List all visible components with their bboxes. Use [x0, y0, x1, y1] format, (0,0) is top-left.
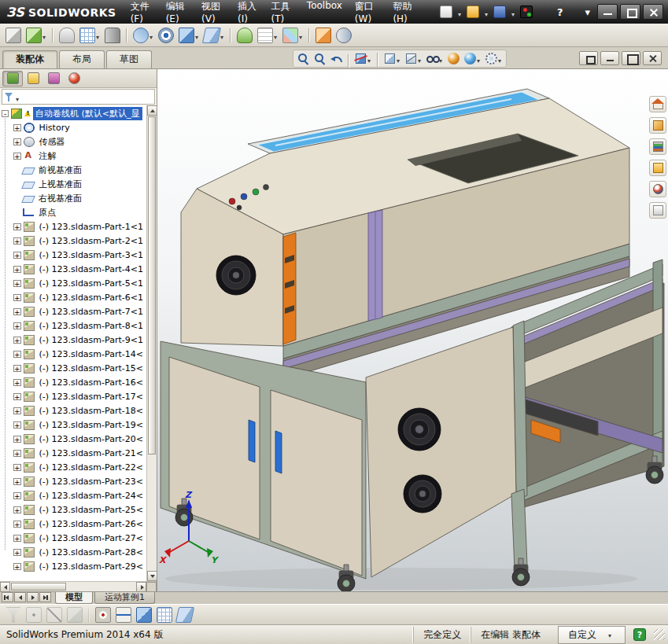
tree-item-label[interactable]: (-) 123.sldasm-Part-24<	[37, 490, 146, 502]
tree-item[interactable]: + (-) 123.sldasm-Part-22<	[0, 460, 146, 474]
dropdown-arrow-icon[interactable]	[511, 5, 515, 20]
tree-item[interactable]: + (-) 123.sldasm-Part-20<	[0, 432, 146, 446]
tree-vertical-scrollbar[interactable]	[146, 105, 157, 581]
tree-item[interactable]: + (-) 123.sldasm-Part-28<	[0, 545, 146, 559]
tree-item[interactable]: + (-) 123.sldasm-Part-18<	[0, 403, 146, 418]
tree-item-label[interactable]: (-) 123.sldasm-Part-29<	[37, 561, 146, 572]
tree-expand-toggle[interactable]: +	[13, 379, 21, 386]
tree-expand-toggle[interactable]: +	[13, 322, 21, 329]
tree-item-label[interactable]: (-) 123.sldasm-Part-4<1	[37, 263, 146, 275]
cooling-fan[interactable]	[216, 256, 256, 295]
tree-expand-toggle[interactable]: -	[2, 110, 9, 117]
tree-expand-toggle[interactable]: +	[13, 266, 21, 273]
tree-item[interactable]: + (-) 123.sldasm-Part-9<1	[0, 333, 146, 347]
scroll-thumb[interactable]	[148, 116, 156, 454]
tree-expand-toggle[interactable]	[13, 195, 20, 202]
dropdown-arrow-icon[interactable]	[298, 28, 303, 42]
tree-item-label[interactable]: (-) 123.sldasm-Part-15<	[37, 362, 146, 374]
tree-item-label[interactable]: (-) 123.sldasm-Part-2<1	[37, 235, 146, 247]
plane-display-button[interactable]	[175, 606, 195, 624]
tree-item-label[interactable]: 上视基准面	[36, 178, 84, 191]
bill-of-materials-button[interactable]	[255, 26, 280, 45]
tree-item-label[interactable]: 注解	[37, 149, 59, 163]
featuremanager-tab[interactable]	[2, 71, 23, 86]
tree-item-label[interactable]: (-) 123.sldasm-Part-1<1	[37, 221, 146, 233]
doc-close-button[interactable]	[643, 51, 662, 65]
tree-expand-toggle[interactable]: +	[13, 535, 21, 542]
menu-item[interactable]: 文件(F)	[124, 0, 160, 28]
tree-item-label[interactable]: (-) 123.sldasm-Part-19<	[37, 419, 146, 431]
snap-lines-button[interactable]	[113, 606, 134, 624]
tree-item[interactable]: 原点	[0, 205, 146, 219]
tree-expand-toggle[interactable]: +	[13, 223, 21, 230]
command-tab[interactable]: 装配体	[2, 50, 57, 68]
dropdown-arrow-icon[interactable]	[194, 28, 199, 42]
tree-item-label[interactable]: (-) 123.sldasm-Part-3<1	[37, 249, 146, 261]
tree-expand-toggle[interactable]: +	[13, 393, 21, 400]
menu-item[interactable]: 视图(V)	[195, 0, 231, 28]
mate-button[interactable]	[57, 26, 77, 45]
appearances-scenes-button[interactable]	[649, 181, 666, 197]
tree-item-label[interactable]: 前视基准面	[36, 164, 84, 177]
custom-status-dropdown[interactable]: 自定义	[558, 626, 626, 644]
quick-tip-help-button[interactable]: ?	[633, 628, 646, 641]
view-orientation-button[interactable]	[382, 50, 403, 67]
new-motion-study-button[interactable]	[234, 26, 255, 45]
tab-scroll-last[interactable]	[39, 592, 51, 602]
tree-item-label[interactable]: (-) 123.sldasm-Part-28<	[37, 546, 146, 558]
home-button[interactable]	[649, 96, 666, 112]
tree-item[interactable]: - 自动卷线机 (默认<默认_显	[0, 106, 146, 120]
dropdown-arrow-icon[interactable]	[273, 28, 278, 42]
cooling-fan[interactable]	[404, 475, 441, 513]
dropdown-arrow-icon[interactable]	[484, 5, 489, 20]
design-library-button[interactable]	[649, 138, 666, 155]
tree-item[interactable]: + (-) 123.sldasm-Part-14<	[0, 347, 146, 361]
new-document-button[interactable]	[437, 3, 464, 21]
custom-properties-button[interactable]	[649, 202, 666, 219]
tree-item[interactable]: + (-) 123.sldasm-Part-5<1	[0, 276, 146, 290]
solidworks-resources-button[interactable]	[649, 117, 666, 134]
tree-expand-toggle[interactable]: +	[13, 464, 21, 471]
display-style-button[interactable]	[403, 50, 424, 67]
close-button[interactable]	[643, 4, 663, 20]
scroll-thumb[interactable]	[11, 583, 66, 591]
tab-scroll-next[interactable]	[27, 592, 39, 602]
tree-expand-toggle[interactable]	[13, 209, 20, 216]
dropdown-arrow-icon[interactable]	[396, 51, 400, 66]
show-hidden-components-button[interactable]	[156, 26, 176, 45]
document-tab[interactable]: 模型	[55, 592, 93, 604]
tree-item-label[interactable]: (-) 123.sldasm-Part-7<1	[37, 306, 146, 318]
dropdown-arrow-icon[interactable]	[476, 51, 481, 66]
command-tab[interactable]: 布局	[59, 50, 105, 68]
tree-item[interactable]: + (-) 123.sldasm-Part-19<	[0, 418, 146, 432]
menu-item[interactable]: 窗口(W)	[349, 0, 387, 28]
tree-item[interactable]: + (-) 123.sldasm-Part-2<1	[0, 234, 146, 248]
cooling-fan[interactable]	[398, 408, 441, 451]
titlebar-expand-button[interactable]: ▾	[567, 4, 595, 20]
tree-expand-toggle[interactable]: +	[13, 521, 21, 528]
minimize-button[interactable]	[597, 4, 618, 20]
dropdown-arrow-icon[interactable]	[42, 28, 46, 42]
tree-item[interactable]: + (-) 123.sldasm-Part-17<	[0, 389, 146, 403]
configurationmanager-tab[interactable]	[43, 71, 64, 86]
tree-item-label[interactable]: (-) 123.sldasm-Part-25<	[37, 504, 146, 516]
reference-geometry-button[interactable]	[201, 26, 227, 45]
dropdown-arrow-icon[interactable]	[149, 28, 153, 42]
tree-item[interactable]: 上视基准面	[0, 177, 146, 191]
connection-status-lights[interactable]	[518, 4, 540, 20]
tree-item[interactable]: + (-) 123.sldasm-Part-24<	[0, 488, 146, 502]
tree-item[interactable]: + (-) 123.sldasm-Part-29<	[0, 559, 146, 573]
menu-item[interactable]: 帮助(H)	[386, 0, 423, 28]
apply-scene-button[interactable]	[462, 50, 483, 67]
tree-item-label[interactable]: (-) 123.sldasm-Part-16<	[37, 377, 146, 388]
tree-expand-toggle[interactable]: +	[13, 237, 21, 245]
cabinet[interactable]	[161, 327, 516, 579]
tree-item-label[interactable]: (-) 123.sldasm-Part-27<	[37, 532, 146, 544]
model-3d-view[interactable]: Z X Y	[157, 69, 668, 591]
tree-item-label[interactable]: (-) 123.sldasm-Part-18<	[37, 405, 146, 417]
tree-item-label[interactable]: (-) 123.sldasm-Part-17<	[37, 391, 146, 403]
edit-appearance-button[interactable]	[445, 52, 462, 65]
tree-item-label[interactable]: (-) 123.sldasm-Part-6<1	[37, 292, 146, 304]
previous-view-button[interactable]	[328, 52, 345, 65]
tree-expand-toggle[interactable]: +	[13, 351, 21, 358]
